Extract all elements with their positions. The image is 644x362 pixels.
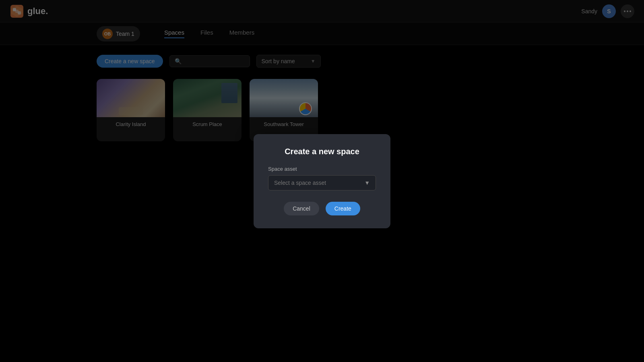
modal-title: Create a new space [268,147,376,156]
space-asset-select[interactable]: Select a space asset ▼ [268,175,376,190]
create-space-modal: Create a new space Space asset Select a … [254,134,390,228]
modal-field-label: Space asset [268,166,376,172]
chevron-down-icon: ▼ [364,180,370,186]
modal-overlay: Create a new space Space asset Select a … [0,0,644,362]
space-asset-placeholder: Select a space asset [274,180,326,186]
create-button[interactable]: Create [326,202,360,215]
modal-actions: Cancel Create [268,202,376,215]
cancel-button[interactable]: Cancel [284,202,319,215]
